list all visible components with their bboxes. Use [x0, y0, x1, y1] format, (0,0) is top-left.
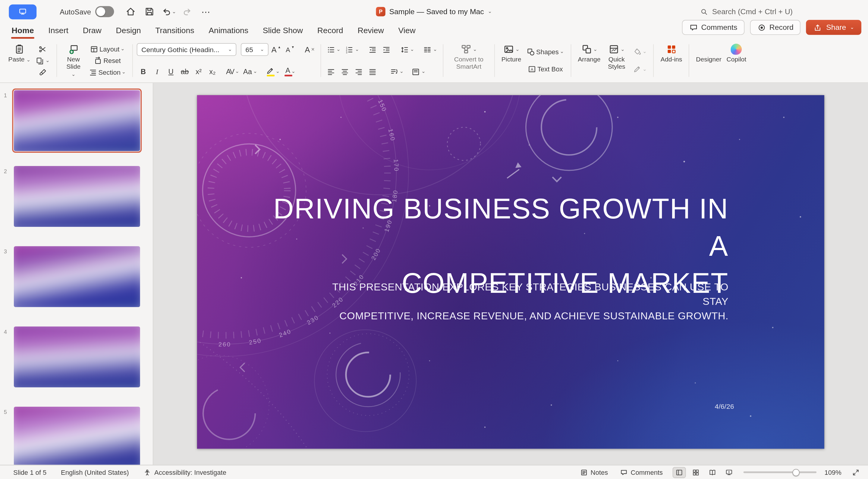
line-spacing-button[interactable]: ⌄ [398, 43, 416, 56]
highlight-color-button[interactable]: ⌄ [264, 65, 281, 78]
section-button[interactable]: Section⌄ [87, 66, 127, 78]
status-comments-button[interactable]: Comments [618, 467, 665, 478]
document-title-menu[interactable]: P Sample — Saved to my Mac ⌄ [376, 7, 492, 16]
italic-button[interactable]: I [151, 65, 163, 78]
arrange-chevron: ⌄ [593, 47, 597, 52]
app-menu-button[interactable] [9, 4, 36, 19]
underline-button[interactable]: U [164, 65, 177, 78]
add-ins-button[interactable]: Add-ins [659, 41, 684, 80]
shapes-button[interactable]: Shapes⌄ [525, 45, 566, 58]
align-center-button[interactable] [338, 65, 351, 78]
reset-label: Reset [103, 57, 121, 64]
tab-draw[interactable]: Draw [82, 24, 102, 39]
slide-subtitle-line-1: THIS PRESENTATION EXPLORES KEY STRATEGIE… [332, 281, 728, 307]
cut-button[interactable] [34, 43, 51, 55]
arrange-button[interactable]: ⌄ Arrange [576, 41, 602, 80]
quick-styles-button[interactable]: ⌄ Quick Styles [604, 41, 629, 80]
text-box-icon [527, 65, 536, 73]
text-box-button[interactable]: Text Box [525, 63, 566, 75]
accessibility-checker-button[interactable]: Accessibility: Investigate [143, 469, 226, 476]
tab-review[interactable]: Review [357, 24, 384, 39]
text-direction-button[interactable]: ⌄ [388, 65, 405, 78]
increase-indent-button[interactable] [380, 43, 393, 56]
numbering-button[interactable]: ⌄ [343, 43, 361, 56]
tab-design[interactable]: Design [116, 24, 142, 39]
copilot-button[interactable]: Copilot [725, 41, 748, 80]
picture-button[interactable]: ⌄ Picture [500, 41, 523, 80]
record-button[interactable]: Record [750, 20, 801, 35]
reset-button[interactable]: Reset [87, 55, 127, 67]
bullets-button[interactable]: ⌄ [324, 43, 342, 56]
format-painter-button[interactable] [34, 66, 51, 78]
share-button[interactable]: Share ⌄ [806, 20, 861, 35]
more-commands-button[interactable]: ⋯ [198, 4, 214, 19]
zoom-level[interactable]: 109% [824, 469, 841, 476]
subscript-button[interactable]: x₂ [206, 65, 219, 78]
slide-thumbnail-1[interactable] [14, 90, 140, 151]
shrink-font-button[interactable]: A▼ [284, 43, 296, 56]
slide-date-placeholder[interactable]: 4/6/26 [715, 403, 734, 411]
normal-view-button[interactable] [673, 467, 686, 478]
notes-icon [580, 469, 588, 476]
decrease-indent-button[interactable] [366, 43, 379, 56]
reading-view-button[interactable] [706, 467, 719, 478]
copy-button[interactable]: ⌄ [34, 55, 51, 67]
language-button[interactable]: English (United States) [61, 469, 129, 476]
redo-icon [182, 6, 193, 17]
tab-animations[interactable]: Animations [208, 24, 249, 39]
shape-fill-button[interactable]: ⌄ [631, 45, 648, 58]
search-field[interactable]: Search (Cmd + Ctrl + U) [701, 7, 793, 16]
slide-thumbnail-4[interactable] [14, 326, 140, 387]
comments-button[interactable]: Comments [682, 20, 744, 35]
save-button[interactable] [142, 4, 157, 19]
font-name-combobox[interactable]: Century Gothic (Headin...⌄ [137, 43, 237, 56]
align-right-button[interactable] [352, 65, 365, 78]
columns-icon [423, 45, 432, 54]
bold-button[interactable]: B [137, 65, 150, 78]
clear-formatting-button[interactable]: A✕ [303, 43, 316, 56]
tab-view[interactable]: View [398, 24, 416, 39]
slideshow-view-button[interactable] [722, 467, 736, 478]
redo-button[interactable] [180, 4, 195, 19]
undo-dropdown-chevron[interactable]: ⌄ [172, 9, 176, 14]
slide-thumbnail-5[interactable] [14, 407, 140, 465]
thumbnail-preview [14, 407, 140, 465]
align-left-button[interactable] [324, 65, 337, 78]
slide-1[interactable]: 150160170180190200210220230240250260 DRI… [197, 95, 824, 449]
tab-transitions[interactable]: Transitions [155, 24, 195, 39]
slide-thumbnail-3[interactable] [14, 246, 140, 307]
tab-home[interactable]: Home [11, 24, 35, 39]
layout-button[interactable]: Layout⌄ [87, 43, 127, 55]
designer-label: Designer [696, 56, 721, 63]
autosave-toggle[interactable] [96, 6, 114, 17]
new-slide-button[interactable]: New Slide ⌄ [62, 41, 85, 80]
tab-record[interactable]: Record [317, 24, 344, 39]
strikethrough-button[interactable]: ab [179, 65, 191, 78]
convert-to-smartart-button[interactable]: ⌄ Convert to SmartArt [448, 41, 489, 80]
tab-slide-show[interactable]: Slide Show [262, 24, 304, 39]
zoom-slider[interactable] [744, 467, 816, 478]
slide-sorter-view-button[interactable] [689, 467, 703, 478]
character-spacing-button[interactable]: AV⌄ [224, 65, 240, 78]
notes-button[interactable]: Notes [578, 467, 610, 478]
change-case-button[interactable]: Aa⌄ [241, 65, 259, 78]
slide-thumbnail-2[interactable] [14, 166, 140, 227]
zoom-track [744, 471, 816, 473]
justify-button[interactable] [366, 65, 379, 78]
fit-slide-to-window-button[interactable] [849, 467, 862, 478]
grow-font-button[interactable]: A▲ [270, 43, 283, 56]
font-size-combobox[interactable]: 65⌄ [241, 43, 269, 56]
tab-insert[interactable]: Insert [48, 24, 69, 39]
zoom-knob[interactable] [793, 469, 800, 476]
shape-outline-button[interactable]: ⌄ [631, 63, 648, 75]
slide-subtitle-textbox[interactable]: THIS PRESENTATION EXPLORES KEY STRATEGIE… [330, 280, 728, 323]
designer-button[interactable]: Designer [694, 41, 723, 80]
undo-button[interactable]: ⌄ [161, 4, 176, 19]
home-shortcut-button[interactable] [123, 4, 138, 19]
slideshow-icon [725, 469, 733, 476]
font-color-button[interactable]: A⌄ [282, 65, 299, 78]
columns-button[interactable]: ⌄ [421, 43, 439, 56]
superscript-button[interactable]: x² [192, 65, 205, 78]
paste-button[interactable]: Paste ⌄ [7, 41, 32, 80]
align-text-button[interactable]: ⌄ [410, 65, 427, 78]
